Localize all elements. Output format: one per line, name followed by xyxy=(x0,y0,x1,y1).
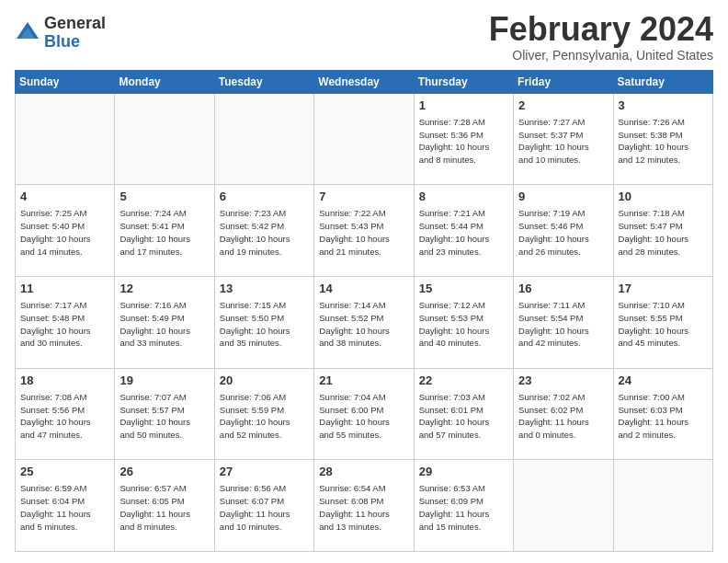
day-number: 14 xyxy=(319,281,408,297)
day-number: 21 xyxy=(319,373,408,389)
day-info: Sunrise: 7:07 AMSunset: 5:57 PMDaylight:… xyxy=(119,391,209,442)
header: General Blue February 2024 Oliver, Penns… xyxy=(15,11,713,63)
col-monday: Monday xyxy=(115,70,214,93)
day-number: 12 xyxy=(119,281,209,297)
day-number: 4 xyxy=(20,189,109,205)
calendar-cell: 1Sunrise: 7:28 AMSunset: 5:36 PMDaylight… xyxy=(414,93,513,185)
calendar-cell: 21Sunrise: 7:04 AMSunset: 6:00 PMDayligh… xyxy=(314,368,414,460)
day-info: Sunrise: 7:22 AMSunset: 5:43 PMDaylight:… xyxy=(319,207,408,258)
calendar-cell: 18Sunrise: 7:08 AMSunset: 5:56 PMDayligh… xyxy=(16,368,115,460)
day-number: 6 xyxy=(220,189,309,205)
day-info: Sunrise: 7:00 AMSunset: 6:03 PMDaylight:… xyxy=(619,391,708,442)
day-info: Sunrise: 7:19 AMSunset: 5:46 PMDaylight:… xyxy=(518,207,608,258)
calendar-cell: 3Sunrise: 7:26 AMSunset: 5:38 PMDaylight… xyxy=(613,93,712,185)
calendar-cell: 29Sunrise: 6:53 AMSunset: 6:09 PMDayligh… xyxy=(414,460,513,552)
calendar-cell: 9Sunrise: 7:19 AMSunset: 5:46 PMDaylight… xyxy=(514,185,613,277)
day-info: Sunrise: 6:56 AMSunset: 6:07 PMDaylight:… xyxy=(220,482,309,533)
day-info: Sunrise: 7:17 AMSunset: 5:48 PMDaylight:… xyxy=(20,299,109,350)
logo-general: General xyxy=(44,14,106,32)
calendar-cell xyxy=(314,93,414,185)
logo-text: General Blue xyxy=(44,15,106,52)
day-number: 24 xyxy=(619,373,708,389)
calendar-cell: 20Sunrise: 7:06 AMSunset: 5:59 PMDayligh… xyxy=(214,368,313,460)
day-number: 23 xyxy=(518,373,608,389)
col-thursday: Thursday xyxy=(414,70,513,93)
calendar-cell xyxy=(613,460,712,552)
day-info: Sunrise: 7:03 AMSunset: 6:01 PMDaylight:… xyxy=(419,391,508,442)
calendar-cell: 19Sunrise: 7:07 AMSunset: 5:57 PMDayligh… xyxy=(115,368,214,460)
day-info: Sunrise: 7:11 AMSunset: 5:54 PMDaylight:… xyxy=(518,299,608,350)
calendar-week-2: 11Sunrise: 7:17 AMSunset: 5:48 PMDayligh… xyxy=(16,276,713,368)
calendar-cell: 6Sunrise: 7:23 AMSunset: 5:42 PMDaylight… xyxy=(214,185,313,277)
day-number: 3 xyxy=(619,98,708,114)
calendar-week-1: 4Sunrise: 7:25 AMSunset: 5:40 PMDaylight… xyxy=(16,185,713,277)
day-info: Sunrise: 7:14 AMSunset: 5:52 PMDaylight:… xyxy=(319,299,408,350)
col-sunday: Sunday xyxy=(16,70,115,93)
page: General Blue February 2024 Oliver, Penns… xyxy=(0,0,728,563)
col-wednesday: Wednesday xyxy=(314,70,414,93)
calendar-cell: 13Sunrise: 7:15 AMSunset: 5:50 PMDayligh… xyxy=(214,276,313,368)
calendar-cell: 17Sunrise: 7:10 AMSunset: 5:55 PMDayligh… xyxy=(613,276,712,368)
day-number: 2 xyxy=(518,98,608,114)
day-info: Sunrise: 7:26 AMSunset: 5:38 PMDaylight:… xyxy=(619,116,708,167)
calendar-cell: 25Sunrise: 6:59 AMSunset: 6:04 PMDayligh… xyxy=(16,460,115,552)
day-info: Sunrise: 6:59 AMSunset: 6:04 PMDaylight:… xyxy=(20,482,109,533)
calendar-week-0: 1Sunrise: 7:28 AMSunset: 5:36 PMDaylight… xyxy=(16,93,713,185)
month-title: February 2024 xyxy=(489,11,713,48)
calendar-cell: 26Sunrise: 6:57 AMSunset: 6:05 PMDayligh… xyxy=(115,460,214,552)
day-info: Sunrise: 6:57 AMSunset: 6:05 PMDaylight:… xyxy=(119,482,209,533)
calendar: Sunday Monday Tuesday Wednesday Thursday… xyxy=(15,70,713,552)
day-info: Sunrise: 7:04 AMSunset: 6:00 PMDaylight:… xyxy=(319,391,408,442)
day-number: 22 xyxy=(419,373,508,389)
calendar-cell: 11Sunrise: 7:17 AMSunset: 5:48 PMDayligh… xyxy=(16,276,115,368)
calendar-cell xyxy=(214,93,313,185)
day-number: 11 xyxy=(20,281,109,297)
logo: General Blue xyxy=(15,15,106,52)
col-saturday: Saturday xyxy=(613,70,712,93)
col-tuesday: Tuesday xyxy=(214,70,313,93)
calendar-cell: 12Sunrise: 7:16 AMSunset: 5:49 PMDayligh… xyxy=(115,276,214,368)
calendar-cell: 10Sunrise: 7:18 AMSunset: 5:47 PMDayligh… xyxy=(613,185,712,277)
calendar-cell xyxy=(16,93,115,185)
day-number: 13 xyxy=(220,281,309,297)
day-info: Sunrise: 7:25 AMSunset: 5:40 PMDaylight:… xyxy=(20,207,109,258)
calendar-header-row: Sunday Monday Tuesday Wednesday Thursday… xyxy=(16,70,713,93)
day-number: 29 xyxy=(419,464,508,480)
day-info: Sunrise: 7:21 AMSunset: 5:44 PMDaylight:… xyxy=(419,207,508,258)
day-number: 7 xyxy=(319,189,408,205)
day-number: 18 xyxy=(20,373,109,389)
calendar-cell: 8Sunrise: 7:21 AMSunset: 5:44 PMDaylight… xyxy=(414,185,513,277)
day-number: 27 xyxy=(220,464,309,480)
day-info: Sunrise: 7:15 AMSunset: 5:50 PMDaylight:… xyxy=(220,299,309,350)
calendar-cell: 22Sunrise: 7:03 AMSunset: 6:01 PMDayligh… xyxy=(414,368,513,460)
day-info: Sunrise: 7:06 AMSunset: 5:59 PMDaylight:… xyxy=(220,391,309,442)
title-block: February 2024 Oliver, Pennsylvania, Unit… xyxy=(489,11,713,63)
calendar-cell: 14Sunrise: 7:14 AMSunset: 5:52 PMDayligh… xyxy=(314,276,414,368)
day-number: 20 xyxy=(220,373,309,389)
day-number: 8 xyxy=(419,189,508,205)
calendar-cell: 5Sunrise: 7:24 AMSunset: 5:41 PMDaylight… xyxy=(115,185,214,277)
calendar-cell xyxy=(115,93,214,185)
day-info: Sunrise: 7:24 AMSunset: 5:41 PMDaylight:… xyxy=(119,207,209,258)
day-info: Sunrise: 7:12 AMSunset: 5:53 PMDaylight:… xyxy=(419,299,508,350)
day-info: Sunrise: 6:54 AMSunset: 6:08 PMDaylight:… xyxy=(319,482,408,533)
calendar-week-4: 25Sunrise: 6:59 AMSunset: 6:04 PMDayligh… xyxy=(16,460,713,552)
calendar-cell: 28Sunrise: 6:54 AMSunset: 6:08 PMDayligh… xyxy=(314,460,414,552)
day-number: 10 xyxy=(619,189,708,205)
calendar-cell: 24Sunrise: 7:00 AMSunset: 6:03 PMDayligh… xyxy=(613,368,712,460)
logo-blue: Blue xyxy=(44,32,80,51)
calendar-cell xyxy=(514,460,613,552)
calendar-cell: 15Sunrise: 7:12 AMSunset: 5:53 PMDayligh… xyxy=(414,276,513,368)
day-number: 5 xyxy=(119,189,209,205)
logo-icon xyxy=(15,20,40,46)
calendar-week-3: 18Sunrise: 7:08 AMSunset: 5:56 PMDayligh… xyxy=(16,368,713,460)
col-friday: Friday xyxy=(514,70,613,93)
day-number: 17 xyxy=(619,281,708,297)
calendar-cell: 7Sunrise: 7:22 AMSunset: 5:43 PMDaylight… xyxy=(314,185,414,277)
day-info: Sunrise: 7:16 AMSunset: 5:49 PMDaylight:… xyxy=(119,299,209,350)
day-info: Sunrise: 7:18 AMSunset: 5:47 PMDaylight:… xyxy=(619,207,708,258)
day-info: Sunrise: 7:02 AMSunset: 6:02 PMDaylight:… xyxy=(518,391,608,442)
day-number: 9 xyxy=(518,189,608,205)
day-number: 16 xyxy=(518,281,608,297)
day-number: 15 xyxy=(419,281,508,297)
